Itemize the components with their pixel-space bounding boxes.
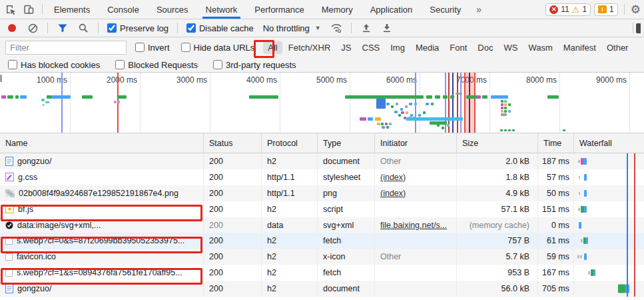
type-filter-all[interactable]: All [263, 41, 282, 54]
table-row[interactable]: data:image/svg+xml,...200datasvg+xmlfile… [0, 217, 644, 233]
type-filter-manifest[interactable]: Manifest [559, 41, 601, 54]
request-name-cell[interactable]: g.css [0, 169, 204, 185]
record-network-log-button[interactable] [8, 24, 16, 32]
request-name-cell[interactable]: gongzuo/ [0, 281, 204, 297]
initiator-link[interactable]: file.baixing.net/s... [380, 221, 447, 230]
type-filter-doc[interactable]: Doc [473, 41, 497, 54]
initiator-link[interactable]: (index) [380, 189, 406, 198]
type-filter-js[interactable]: JS [336, 41, 356, 54]
column-header-protocol[interactable]: Protocol [262, 133, 318, 153]
preserve-log-checkbox-group[interactable]: Preserve log [105, 23, 171, 33]
invert-checkbox-group[interactable]: Invert [133, 43, 172, 53]
preserve-log-checkbox[interactable] [107, 23, 117, 33]
tab-console[interactable]: Console [99, 0, 148, 19]
request-name-cell[interactable]: favicon.ico [0, 249, 204, 265]
request-name-cell[interactable]: s.webp?cf=0&s=87f20699bb395052353975... [0, 233, 204, 249]
request-name-cell[interactable]: data:image/svg+xml,... [0, 217, 204, 233]
type-filter-fetch-xhr[interactable]: Fetch/XHR [284, 41, 336, 54]
throttling-dropdown[interactable]: No throttling ▼ [260, 23, 324, 33]
import-har-icon[interactable] [358, 20, 375, 36]
column-header-initiator[interactable]: Initiator [375, 133, 457, 153]
disable-cache-checkbox[interactable] [186, 23, 196, 33]
timeline-gridline [350, 73, 350, 133]
tab-application[interactable]: Application [362, 0, 422, 19]
third-party-requests-checkbox[interactable] [213, 60, 222, 69]
request-type-cell: fetch [318, 233, 375, 249]
request-size-cell: 2.0 kB [457, 153, 538, 169]
initiator-link[interactable]: (index) [380, 173, 406, 182]
device-toolbar-icon[interactable] [20, 1, 37, 17]
table-row[interactable]: 02b008f4f9a924687e129852191867e4.png200h… [0, 185, 644, 201]
invert-checkbox[interactable] [135, 43, 145, 52]
filter-funnel-icon[interactable] [54, 20, 71, 36]
table-row[interactable]: gongzuo/200h2documentOther2.0 kB187 ms [0, 153, 644, 169]
tab-security[interactable]: Security [421, 0, 470, 19]
tab-elements[interactable]: Elements [45, 0, 99, 19]
overview-timeline[interactable]: 1000 ms2000 ms3000 ms4000 ms5000 ms6000 … [0, 73, 644, 133]
overview-request-mark [443, 95, 448, 99]
type-filter-font[interactable]: Font [445, 41, 472, 54]
type-filter-img[interactable]: Img [386, 41, 410, 54]
request-name: g.css [18, 173, 37, 182]
settings-gear-icon[interactable]: ⚙ [631, 4, 641, 15]
inspect-element-icon[interactable] [2, 1, 19, 17]
hide-data-urls-checkbox-group[interactable]: Hide data URLs [178, 43, 258, 53]
table-row[interactable]: bf.js200h2script57.1 kB151 ms [0, 201, 644, 217]
tab-performance[interactable]: Performance [246, 0, 312, 19]
has-blocked-cookies-checkbox-group[interactable]: Has blocked cookies [5, 60, 103, 70]
search-icon[interactable] [75, 20, 92, 36]
column-header-name[interactable]: Name [0, 133, 204, 153]
export-har-icon[interactable] [378, 20, 396, 36]
request-name-cell[interactable]: 02b008f4f9a924687e129852191867e4.png [0, 185, 204, 201]
overview-request-mark [400, 108, 403, 111]
table-row[interactable]: s.webp?cf=0&s=87f20699bb395052353975...2… [0, 233, 644, 249]
more-tabs-icon[interactable]: » [470, 0, 488, 19]
tab-network[interactable]: Network [197, 0, 246, 19]
blocked-requests-checkbox-group[interactable]: Blocked Requests [113, 60, 200, 70]
overview-event-line [464, 73, 466, 133]
console-errors-warnings-badge[interactable]: ✕ 11 ⚠ 1 [545, 3, 591, 16]
column-header-time[interactable]: Time [538, 133, 574, 153]
table-row[interactable]: s.webp?cf=1&s=0894376fa7561fe170aff95...… [0, 265, 644, 281]
table-row[interactable]: gongzuo/200h2document56.0 kB705 ms [0, 281, 644, 297]
waterfall-bar [579, 222, 581, 229]
column-header-waterfall[interactable]: Waterfall [574, 133, 644, 153]
has-blocked-cookies-checkbox[interactable] [8, 60, 17, 69]
request-name-cell[interactable]: gongzuo/ [0, 153, 204, 169]
type-filter-other[interactable]: Other [602, 41, 633, 54]
request-name-cell[interactable]: s.webp?cf=1&s=0894376fa7561fe170aff95... [0, 265, 204, 281]
type-filter-ws[interactable]: WS [499, 41, 522, 54]
third-party-requests-checkbox-group[interactable]: 3rd-party requests [210, 60, 299, 70]
issues-icon: ! [598, 5, 607, 13]
table-row[interactable]: favicon.ico200h2x-iconOther5.7 kB59 ms [0, 249, 644, 265]
issues-badge[interactable]: ! 1 [594, 3, 618, 16]
type-filter-css[interactable]: CSS [358, 41, 385, 54]
column-header-type[interactable]: Type [318, 133, 375, 153]
column-header-status[interactable]: Status [204, 133, 262, 153]
overview-request-mark [114, 101, 117, 103]
type-filter-media[interactable]: Media [411, 41, 444, 54]
network-conditions-icon[interactable] [328, 20, 345, 36]
table-row[interactable]: g.css200http/1.1stylesheet(index)1.8 kB5… [0, 169, 644, 185]
type-filter-wasm[interactable]: Wasm [523, 41, 557, 54]
column-header-size[interactable]: Size [457, 133, 538, 153]
request-status-cell: 200 [204, 249, 262, 265]
panel-layout-icon[interactable] [636, 23, 641, 33]
disable-cache-checkbox-group[interactable]: Disable cache [184, 23, 256, 33]
tab-memory[interactable]: Memory [313, 0, 362, 19]
waterfall-bar [593, 269, 595, 276]
request-name: 02b008f4f9a924687e129852191867e4.png [19, 189, 178, 198]
overview-request-mark [501, 107, 503, 109]
clear-network-log-icon[interactable] [24, 20, 41, 36]
filter-input[interactable] [5, 41, 127, 55]
request-name: s.webp?cf=1&s=0894376fa7561fe170aff95... [17, 268, 182, 277]
blocked-requests-checkbox[interactable] [115, 60, 125, 69]
overview-event-line [469, 73, 470, 133]
request-name-cell[interactable]: bf.js [0, 201, 204, 217]
network-filter-bar: Invert Hide data URLs AllFetch/XHRJSCSSI… [0, 37, 644, 57]
request-name: gongzuo/ [17, 157, 51, 166]
tab-sources[interactable]: Sources [148, 0, 197, 19]
request-status-cell: 200 [204, 153, 262, 169]
timeline-tick-label: 1000 ms [11, 75, 67, 85]
hide-data-urls-checkbox[interactable] [181, 43, 190, 52]
